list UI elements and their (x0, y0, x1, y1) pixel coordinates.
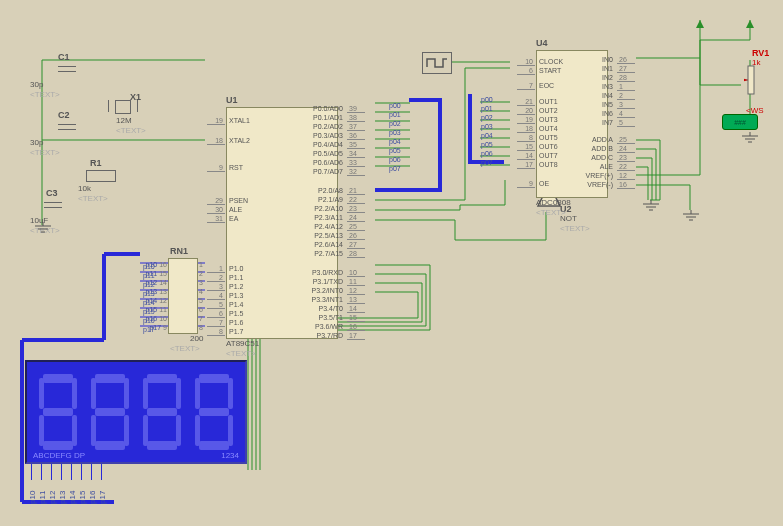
clock-source[interactable] (422, 52, 452, 74)
u1-pin-p1.5: 6P1.5 (207, 309, 243, 318)
u1-pin-p1.6: 7P1.6 (207, 318, 243, 327)
u4-pin-oe: 9OE (517, 179, 549, 188)
u1-pin-p1.3: 4P1.3 (207, 291, 243, 300)
u1-pin-rst: 9RST (207, 163, 243, 172)
c2-id: C2 (58, 110, 70, 120)
seg-pin-label: p14 (68, 491, 77, 504)
rn1-text: <TEXT> (170, 344, 200, 353)
capacitor-c2[interactable] (58, 124, 76, 130)
seven-segment-display: ABCDEFG DP 1234 (25, 360, 247, 464)
svg-rect-5 (748, 66, 754, 94)
meter-value: ### (734, 119, 746, 126)
rv1-id: RV1 (752, 48, 769, 58)
u1-pin-p1.1: 2P1.1 (207, 273, 243, 282)
u1-pin-ea: 31EA (207, 214, 238, 223)
u1-pin-p0.0/ad0: 39P0.0/AD0 (313, 104, 365, 113)
u1-pin-p2.5/a13: 26P2.5/A13 (314, 231, 365, 240)
u4-pin-out7: 14OUT7 (517, 151, 558, 160)
u1-pin-p0.7/ad7: 32P0.7/AD7 (313, 167, 365, 176)
rn-pin-right: 5 (199, 297, 203, 304)
u4-pin-add c: 23ADD C (591, 153, 635, 162)
resistor-network[interactable]: p10 16p11 15p12 14p13 13p14 12p15 11p16 … (168, 258, 198, 334)
u1-pin-p0.4/ad4: 35P0.4/AD4 (313, 140, 365, 149)
u4-pin-eoc: 7EOC (517, 81, 554, 90)
net-label: p07 (481, 159, 493, 166)
net-label: p02 (481, 114, 493, 121)
seg-pin-label: p15 (78, 491, 87, 504)
seg-pin-label: p17 (98, 491, 107, 504)
u1-pin-ale: 30ALE (207, 205, 242, 214)
u1-pin-p1.4: 5P1.4 (207, 300, 243, 309)
u1-pin-p0.2/ad2: 37P0.2/AD2 (313, 122, 365, 131)
rn1-val: 200 (190, 334, 203, 343)
u4-pin-start: 6START (517, 66, 561, 75)
net-label: p03 (481, 123, 493, 130)
net-label: p05 (481, 141, 493, 148)
chip-u4[interactable]: 10CLOCK6START7EOC21OUT1p0020OUT2p0119OUT… (536, 50, 608, 198)
u1-pin-p3.4/t0: 14P3.4/T0 (318, 304, 365, 313)
net-label: p04 (481, 132, 493, 139)
u1-pin-p2.6/a14: 27P2.6/A14 (314, 240, 365, 249)
ground-icon (33, 222, 53, 232)
u1-pin-p2.4/a12: 25P2.4/A12 (314, 222, 365, 231)
u1-text: <TEXT> (226, 349, 256, 358)
rn-pin-right: 7 (199, 315, 203, 322)
seg-pin-label: p12 (48, 491, 57, 504)
u1-pin-p3.1/txd: 11P3.1/TXD (313, 277, 365, 286)
net-label: p06 (481, 150, 493, 157)
rn-pin-left: p13 13 (146, 288, 167, 295)
u4-pin-in2: 28IN2 (602, 73, 635, 82)
u4-pin-add b: 24ADD B (592, 144, 635, 153)
net-label: p07 (389, 165, 401, 172)
capacitor-c3[interactable] (44, 202, 62, 208)
net-label: p02 (389, 120, 401, 127)
u1-pin-p0.6/ad6: 33P0.6/AD6 (313, 158, 365, 167)
u4-pin-out5: 8OUT5 (517, 133, 558, 142)
net-label: p04 (389, 138, 401, 145)
seg-legend: ABCDEFG DP (33, 451, 85, 460)
rn-pin-right: 6 (199, 306, 203, 313)
u1-pin-p3.0/rxd: 10P3.0/RXD (312, 268, 365, 277)
u4-pin-out6: 15OUT6 (517, 142, 558, 151)
u4-id: U4 (536, 38, 548, 48)
net-label: p03 (389, 129, 401, 136)
u1-pin-p3.3/int1: 13P3.3/INT1 (311, 295, 365, 304)
x1-text: <TEXT> (116, 126, 146, 135)
u4-pin-in0: 26IN0 (602, 55, 635, 64)
net-label: p05 (389, 147, 401, 154)
c3-id: C3 (46, 188, 58, 198)
c1-id: C1 (58, 52, 70, 62)
rv1-val: 1k (752, 58, 760, 67)
seg-pin-label: p16 (88, 491, 97, 504)
rn1-id: RN1 (170, 246, 188, 256)
r1-text: <TEXT> (78, 194, 108, 203)
u4-part: ADC0808 (536, 198, 571, 207)
r1-id: R1 (90, 158, 102, 168)
seg-pin-label: p10 (28, 491, 37, 504)
u1-pin-p1.7: 8P1.7 (207, 327, 243, 336)
resistor-r1[interactable] (86, 170, 116, 182)
c1-val: 30p (30, 80, 43, 89)
u1-pin-xtal1: 19XTAL1 (207, 116, 250, 125)
capacitor-c1[interactable] (58, 66, 76, 72)
rn-pin-left: p15 11 (146, 306, 167, 313)
u1-pin-p1.2: 3P1.2 (207, 282, 243, 291)
rn-pin-left: p12 14 (146, 279, 167, 286)
rn-pin-left: p16 10 (146, 315, 167, 322)
crystal-x1[interactable] (108, 100, 138, 112)
seg-pin-label: p13 (58, 491, 67, 504)
c1-text: <TEXT> (30, 90, 60, 99)
u1-pin-p2.2/a10: 23P2.2/A10 (314, 204, 365, 213)
u2-text: <TEXT> (560, 224, 590, 233)
u1-pin-p2.7/a15: 28P2.7/A15 (314, 249, 365, 258)
u4-pin-in4: 2IN4 (602, 91, 635, 100)
rn-pin-right: 2 (199, 270, 203, 277)
u1-pin-xtal2: 18XTAL2 (207, 136, 250, 145)
chip-u1[interactable]: 19XTAL118XTAL29RST29PSEN30ALE31EA1P1.0p1… (226, 107, 338, 339)
u4-pin-in5: 3IN5 (602, 100, 635, 109)
u4-pin-out1: 21OUT1 (517, 97, 558, 106)
u4-pin-in7: 5IN7 (602, 118, 635, 127)
net-label: p06 (389, 156, 401, 163)
u4-pin-in1: 27IN1 (602, 64, 635, 73)
u1-id: U1 (226, 95, 238, 105)
